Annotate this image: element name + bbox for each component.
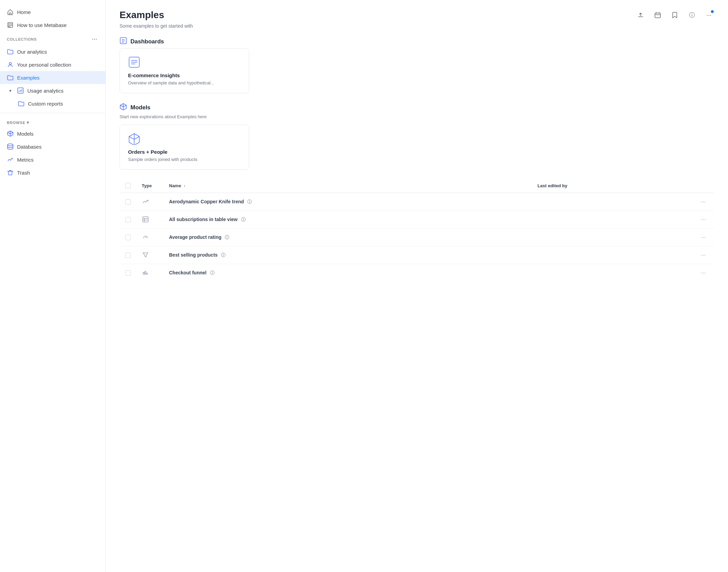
table-row: Average product rating ⓘ ··· bbox=[120, 229, 714, 246]
svg-rect-3 bbox=[655, 13, 660, 18]
home-icon bbox=[7, 9, 14, 15]
row-info-icon-1[interactable]: ⓘ bbox=[247, 199, 252, 204]
sidebar-item-home-label: Home bbox=[17, 9, 31, 15]
analytics-icon bbox=[17, 87, 24, 94]
browse-header[interactable]: BROWSE ▾ bbox=[0, 116, 106, 127]
row-checkbox-cell-5 bbox=[120, 264, 137, 282]
row-more-button-4[interactable]: ··· bbox=[698, 250, 709, 260]
row-more-button-5[interactable]: ··· bbox=[698, 268, 709, 277]
select-all-checkbox[interactable] bbox=[125, 183, 131, 188]
book-icon bbox=[7, 22, 14, 28]
sidebar-item-trash-label: Trash bbox=[17, 170, 30, 176]
table-row: Checkout funnel ⓘ ··· bbox=[120, 264, 714, 282]
row-checkbox-3[interactable] bbox=[125, 235, 131, 240]
sidebar-item-our-analytics-label: Our analytics bbox=[17, 49, 47, 55]
sidebar-item-personal[interactable]: Your personal collection bbox=[0, 58, 106, 71]
row-type-cell-5 bbox=[136, 264, 164, 282]
sidebar-item-how-to-use-label: How to use Metabase bbox=[17, 22, 67, 28]
sidebar-item-examples[interactable]: Examples bbox=[0, 71, 106, 84]
funnel-icon bbox=[142, 251, 149, 259]
row-info-icon-2[interactable]: ⓘ bbox=[241, 217, 246, 222]
more-button[interactable]: ··· bbox=[703, 10, 714, 21]
row-checkbox-cell-1 bbox=[120, 193, 137, 211]
person-folder-icon bbox=[7, 61, 14, 68]
svg-rect-6 bbox=[143, 217, 148, 222]
row-name-cell-1: Aerodynamic Copper Knife trend ⓘ bbox=[164, 193, 532, 211]
ecommerce-insights-card[interactable]: E-commerce Insights Overview of sample d… bbox=[120, 48, 249, 93]
ecommerce-insights-title: E-commerce Insights bbox=[128, 72, 241, 78]
orders-people-card[interactable]: Orders + People Sample orders joined wit… bbox=[120, 125, 249, 170]
row-more-button-3[interactable]: ··· bbox=[698, 232, 709, 242]
table-row: Best selling products ⓘ ··· bbox=[120, 246, 714, 264]
main-header: Examples ⓘ bbox=[106, 0, 728, 21]
collections-more-button[interactable]: ··· bbox=[90, 36, 99, 43]
models-section-subtitle: Start new explorations about Examples he… bbox=[120, 114, 714, 119]
th-checkbox bbox=[120, 178, 137, 193]
row-type-cell-1 bbox=[136, 193, 164, 211]
page-title: Examples bbox=[120, 10, 164, 21]
row-name-cell-2: All subscriptions in table view ⓘ bbox=[164, 211, 532, 229]
sidebar-item-databases-label: Databases bbox=[17, 144, 42, 150]
sidebar-item-usage-analytics-label: Usage analytics bbox=[27, 88, 64, 94]
row-checkbox-1[interactable] bbox=[125, 199, 131, 205]
orders-people-desc: Sample orders joined with products bbox=[128, 157, 241, 162]
row-more-button-2[interactable]: ··· bbox=[698, 215, 709, 224]
row-lastedit-cell-5 bbox=[532, 264, 692, 282]
sidebar-item-personal-label: Your personal collection bbox=[17, 62, 71, 68]
info-button[interactable]: ⓘ bbox=[686, 10, 697, 21]
row-lastedit-cell-4 bbox=[532, 246, 692, 264]
row-more-button-1[interactable]: ··· bbox=[698, 197, 709, 206]
svg-point-2 bbox=[8, 144, 13, 146]
th-lastedit: Last edited by bbox=[532, 178, 692, 193]
th-actions bbox=[692, 178, 714, 193]
sidebar-item-databases[interactable]: Databases bbox=[0, 140, 106, 153]
collections-header: COLLECTIONS ··· bbox=[0, 31, 106, 45]
row-checkbox-2[interactable] bbox=[125, 217, 131, 222]
calendar-button[interactable] bbox=[652, 10, 663, 21]
sidebar-item-examples-label: Examples bbox=[17, 75, 40, 81]
row-lastedit-cell-2 bbox=[532, 211, 692, 229]
sidebar-item-custom-reports[interactable]: Custom reports bbox=[0, 97, 106, 110]
ecommerce-insights-desc: Overview of sample data and hypothetical… bbox=[128, 80, 241, 85]
folder-blue-icon bbox=[7, 74, 14, 81]
folder-icon bbox=[7, 48, 14, 55]
bookmark-button[interactable] bbox=[669, 10, 680, 21]
row-info-icon-3[interactable]: ⓘ bbox=[225, 235, 229, 240]
dashboards-section-title: Dashboards bbox=[120, 37, 714, 46]
row-checkbox-4[interactable] bbox=[125, 253, 131, 258]
models-section-title: Models bbox=[120, 103, 714, 112]
row-name-cell-3: Average product rating ⓘ bbox=[164, 229, 532, 246]
dashboards-section: Dashboards E-commerce Insights Overview … bbox=[106, 29, 728, 93]
sidebar-item-metrics[interactable]: Metrics bbox=[0, 153, 106, 166]
sidebar-item-our-analytics[interactable]: Our analytics bbox=[0, 45, 106, 58]
sidebar-item-usage-analytics[interactable]: ▾ Usage analytics bbox=[0, 84, 106, 97]
table-row: All subscriptions in table view ⓘ ··· bbox=[120, 211, 714, 229]
calendar-icon bbox=[654, 12, 661, 18]
row-actions-cell-4: ··· bbox=[692, 246, 714, 264]
table-view-icon bbox=[142, 216, 149, 223]
th-name[interactable]: Name ↑ bbox=[164, 178, 532, 193]
models-section: Models Start new explorations about Exam… bbox=[106, 93, 728, 170]
row-name-cell-5: Checkout funnel ⓘ bbox=[164, 264, 532, 282]
row-actions-cell-2: ··· bbox=[692, 211, 714, 229]
row-info-icon-4[interactable]: ⓘ bbox=[221, 253, 225, 258]
row-checkbox-5[interactable] bbox=[125, 270, 131, 276]
row-info-icon-5[interactable]: ⓘ bbox=[210, 270, 214, 275]
row-type-cell-3 bbox=[136, 229, 164, 246]
sidebar-item-home[interactable]: Home bbox=[0, 5, 106, 18]
items-table-section: Type Name ↑ Last edited by bbox=[106, 170, 728, 296]
dashboards-icon bbox=[120, 37, 127, 46]
sidebar-item-models[interactable]: Models bbox=[0, 127, 106, 140]
sidebar-item-trash[interactable]: Trash bbox=[0, 166, 106, 179]
sidebar-item-models-label: Models bbox=[17, 131, 33, 137]
sidebar: Home How to use Metabase COLLECTIONS ···… bbox=[0, 0, 106, 572]
row-checkbox-cell-3 bbox=[120, 229, 137, 246]
sidebar-item-metrics-label: Metrics bbox=[17, 157, 33, 163]
sidebar-item-how-to-use[interactable]: How to use Metabase bbox=[0, 18, 106, 31]
upload-button[interactable] bbox=[635, 10, 646, 21]
main-content: Examples ⓘ bbox=[106, 0, 728, 572]
header-actions: ⓘ ··· bbox=[635, 10, 714, 21]
notification-dot bbox=[711, 10, 714, 13]
trend-icon bbox=[142, 198, 149, 205]
row-checkbox-cell-2 bbox=[120, 211, 137, 229]
